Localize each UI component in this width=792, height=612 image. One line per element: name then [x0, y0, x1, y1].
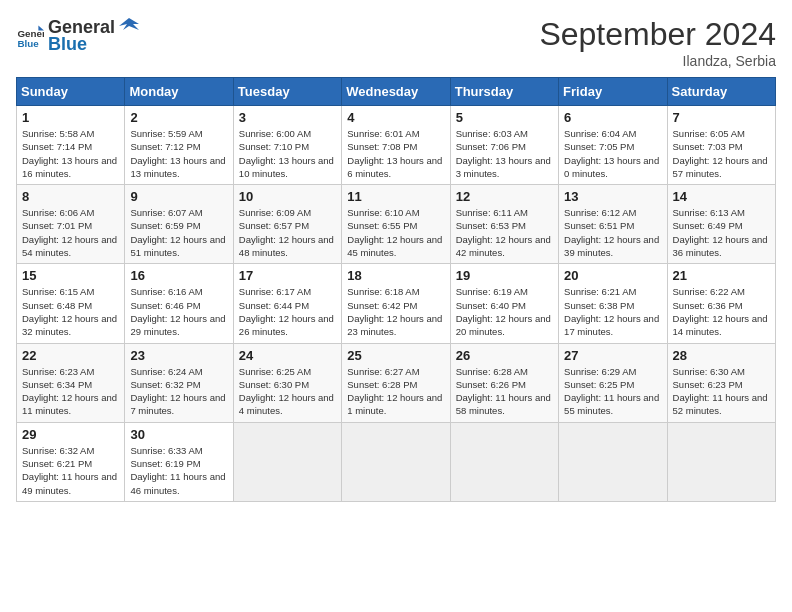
- calendar-day-cell: 23 Sunrise: 6:24 AMSunset: 6:32 PMDaylig…: [125, 343, 233, 422]
- calendar-day-cell: 26 Sunrise: 6:28 AMSunset: 6:26 PMDaylig…: [450, 343, 558, 422]
- day-number: 27: [564, 348, 661, 363]
- logo-bird-icon: [117, 16, 139, 38]
- day-detail: Sunrise: 6:13 AMSunset: 6:49 PMDaylight:…: [673, 207, 768, 258]
- day-detail: Sunrise: 6:32 AMSunset: 6:21 PMDaylight:…: [22, 445, 117, 496]
- logo: General Blue General Blue: [16, 16, 139, 55]
- title-section: September 2024 Ilandza, Serbia: [539, 16, 776, 69]
- day-number: 2: [130, 110, 227, 125]
- calendar-day-cell: [342, 422, 450, 501]
- day-number: 30: [130, 427, 227, 442]
- calendar-day-cell: 7 Sunrise: 6:05 AMSunset: 7:03 PMDayligh…: [667, 106, 775, 185]
- day-number: 11: [347, 189, 444, 204]
- calendar-day-cell: 29 Sunrise: 6:32 AMSunset: 6:21 PMDaylig…: [17, 422, 125, 501]
- calendar-day-cell: 12 Sunrise: 6:11 AMSunset: 6:53 PMDaylig…: [450, 185, 558, 264]
- calendar-day-cell: [667, 422, 775, 501]
- day-number: 29: [22, 427, 119, 442]
- day-number: 22: [22, 348, 119, 363]
- calendar-day-cell: 4 Sunrise: 6:01 AMSunset: 7:08 PMDayligh…: [342, 106, 450, 185]
- calendar-week-row: 1 Sunrise: 5:58 AMSunset: 7:14 PMDayligh…: [17, 106, 776, 185]
- day-detail: Sunrise: 5:58 AMSunset: 7:14 PMDaylight:…: [22, 128, 117, 179]
- day-detail: Sunrise: 6:23 AMSunset: 6:34 PMDaylight:…: [22, 366, 117, 417]
- calendar-day-cell: 15 Sunrise: 6:15 AMSunset: 6:48 PMDaylig…: [17, 264, 125, 343]
- day-detail: Sunrise: 6:15 AMSunset: 6:48 PMDaylight:…: [22, 286, 117, 337]
- calendar-day-cell: 1 Sunrise: 5:58 AMSunset: 7:14 PMDayligh…: [17, 106, 125, 185]
- calendar-day-cell: 28 Sunrise: 6:30 AMSunset: 6:23 PMDaylig…: [667, 343, 775, 422]
- col-saturday: Saturday: [667, 78, 775, 106]
- month-title: September 2024: [539, 16, 776, 53]
- calendar-day-cell: 5 Sunrise: 6:03 AMSunset: 7:06 PMDayligh…: [450, 106, 558, 185]
- calendar-day-cell: 8 Sunrise: 6:06 AMSunset: 7:01 PMDayligh…: [17, 185, 125, 264]
- calendar-day-cell: 6 Sunrise: 6:04 AMSunset: 7:05 PMDayligh…: [559, 106, 667, 185]
- calendar-day-cell: 16 Sunrise: 6:16 AMSunset: 6:46 PMDaylig…: [125, 264, 233, 343]
- calendar-day-cell: 21 Sunrise: 6:22 AMSunset: 6:36 PMDaylig…: [667, 264, 775, 343]
- day-detail: Sunrise: 6:22 AMSunset: 6:36 PMDaylight:…: [673, 286, 768, 337]
- day-detail: Sunrise: 6:29 AMSunset: 6:25 PMDaylight:…: [564, 366, 659, 417]
- calendar-week-row: 15 Sunrise: 6:15 AMSunset: 6:48 PMDaylig…: [17, 264, 776, 343]
- day-number: 16: [130, 268, 227, 283]
- page-header: General Blue General Blue September 2024…: [16, 16, 776, 69]
- calendar-table: Sunday Monday Tuesday Wednesday Thursday…: [16, 77, 776, 502]
- day-number: 28: [673, 348, 770, 363]
- day-detail: Sunrise: 6:07 AMSunset: 6:59 PMDaylight:…: [130, 207, 225, 258]
- col-monday: Monday: [125, 78, 233, 106]
- calendar-day-cell: [559, 422, 667, 501]
- day-number: 10: [239, 189, 336, 204]
- svg-text:Blue: Blue: [17, 38, 39, 49]
- day-number: 5: [456, 110, 553, 125]
- day-number: 4: [347, 110, 444, 125]
- calendar-day-cell: 19 Sunrise: 6:19 AMSunset: 6:40 PMDaylig…: [450, 264, 558, 343]
- day-number: 7: [673, 110, 770, 125]
- day-detail: Sunrise: 6:10 AMSunset: 6:55 PMDaylight:…: [347, 207, 442, 258]
- day-number: 9: [130, 189, 227, 204]
- day-number: 26: [456, 348, 553, 363]
- calendar-day-cell: 30 Sunrise: 6:33 AMSunset: 6:19 PMDaylig…: [125, 422, 233, 501]
- calendar-day-cell: 14 Sunrise: 6:13 AMSunset: 6:49 PMDaylig…: [667, 185, 775, 264]
- day-detail: Sunrise: 6:12 AMSunset: 6:51 PMDaylight:…: [564, 207, 659, 258]
- col-wednesday: Wednesday: [342, 78, 450, 106]
- day-detail: Sunrise: 6:00 AMSunset: 7:10 PMDaylight:…: [239, 128, 334, 179]
- day-number: 18: [347, 268, 444, 283]
- day-number: 13: [564, 189, 661, 204]
- svg-marker-4: [119, 18, 139, 30]
- col-tuesday: Tuesday: [233, 78, 341, 106]
- day-detail: Sunrise: 6:18 AMSunset: 6:42 PMDaylight:…: [347, 286, 442, 337]
- calendar-day-cell: 20 Sunrise: 6:21 AMSunset: 6:38 PMDaylig…: [559, 264, 667, 343]
- day-detail: Sunrise: 6:21 AMSunset: 6:38 PMDaylight:…: [564, 286, 659, 337]
- day-number: 25: [347, 348, 444, 363]
- day-detail: Sunrise: 6:16 AMSunset: 6:46 PMDaylight:…: [130, 286, 225, 337]
- day-number: 23: [130, 348, 227, 363]
- calendar-day-cell: 24 Sunrise: 6:25 AMSunset: 6:30 PMDaylig…: [233, 343, 341, 422]
- day-number: 3: [239, 110, 336, 125]
- day-detail: Sunrise: 6:33 AMSunset: 6:19 PMDaylight:…: [130, 445, 225, 496]
- calendar-day-cell: 25 Sunrise: 6:27 AMSunset: 6:28 PMDaylig…: [342, 343, 450, 422]
- calendar-week-row: 8 Sunrise: 6:06 AMSunset: 7:01 PMDayligh…: [17, 185, 776, 264]
- calendar-day-cell: 11 Sunrise: 6:10 AMSunset: 6:55 PMDaylig…: [342, 185, 450, 264]
- calendar-day-cell: 18 Sunrise: 6:18 AMSunset: 6:42 PMDaylig…: [342, 264, 450, 343]
- day-detail: Sunrise: 6:06 AMSunset: 7:01 PMDaylight:…: [22, 207, 117, 258]
- day-number: 21: [673, 268, 770, 283]
- day-detail: Sunrise: 6:17 AMSunset: 6:44 PMDaylight:…: [239, 286, 334, 337]
- day-detail: Sunrise: 5:59 AMSunset: 7:12 PMDaylight:…: [130, 128, 225, 179]
- calendar-day-cell: [233, 422, 341, 501]
- calendar-day-cell: 3 Sunrise: 6:00 AMSunset: 7:10 PMDayligh…: [233, 106, 341, 185]
- day-number: 24: [239, 348, 336, 363]
- calendar-day-cell: 13 Sunrise: 6:12 AMSunset: 6:51 PMDaylig…: [559, 185, 667, 264]
- day-number: 15: [22, 268, 119, 283]
- day-number: 12: [456, 189, 553, 204]
- calendar-week-row: 29 Sunrise: 6:32 AMSunset: 6:21 PMDaylig…: [17, 422, 776, 501]
- logo-icon: General Blue: [16, 22, 44, 50]
- day-number: 19: [456, 268, 553, 283]
- col-friday: Friday: [559, 78, 667, 106]
- day-number: 6: [564, 110, 661, 125]
- col-thursday: Thursday: [450, 78, 558, 106]
- day-detail: Sunrise: 6:25 AMSunset: 6:30 PMDaylight:…: [239, 366, 334, 417]
- calendar-week-row: 22 Sunrise: 6:23 AMSunset: 6:34 PMDaylig…: [17, 343, 776, 422]
- day-detail: Sunrise: 6:05 AMSunset: 7:03 PMDaylight:…: [673, 128, 768, 179]
- calendar-day-cell: 9 Sunrise: 6:07 AMSunset: 6:59 PMDayligh…: [125, 185, 233, 264]
- day-detail: Sunrise: 6:04 AMSunset: 7:05 PMDaylight:…: [564, 128, 659, 179]
- calendar-day-cell: 2 Sunrise: 5:59 AMSunset: 7:12 PMDayligh…: [125, 106, 233, 185]
- day-number: 20: [564, 268, 661, 283]
- calendar-day-cell: 22 Sunrise: 6:23 AMSunset: 6:34 PMDaylig…: [17, 343, 125, 422]
- calendar-day-cell: 27 Sunrise: 6:29 AMSunset: 6:25 PMDaylig…: [559, 343, 667, 422]
- day-detail: Sunrise: 6:11 AMSunset: 6:53 PMDaylight:…: [456, 207, 551, 258]
